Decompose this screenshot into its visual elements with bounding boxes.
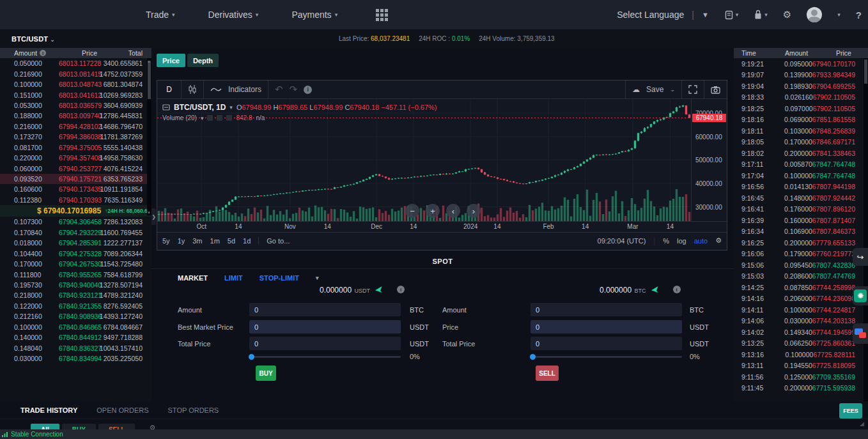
- interval-button[interactable]: D: [157, 81, 182, 98]
- nav-derivatives[interactable]: Derivatives▾: [208, 10, 259, 20]
- zoom-in-button[interactable]: +: [426, 204, 440, 218]
- tab-trade-history[interactable]: TRADE HISTORY: [20, 406, 77, 414]
- ask-row[interactable]: 0.06000067940.2537274076.415224: [0, 163, 151, 173]
- range-1m-button[interactable]: 1m: [210, 237, 220, 245]
- bid-row[interactable]: 0.03000067840.8349942035.225050: [0, 353, 151, 364]
- panel-collapse-handle[interactable]: ❯: [151, 208, 156, 225]
- range-3m-button[interactable]: 3m: [192, 237, 202, 245]
- info-icon[interactable]: i: [673, 286, 681, 293]
- axis-settings-icon[interactable]: ⚙: [715, 236, 722, 245]
- symbol-dropdown-icon[interactable]: ▾: [229, 104, 233, 111]
- ask-row[interactable]: 0.11238067940.1703937635.116349: [0, 195, 151, 205]
- tab-stop-orders[interactable]: STOP ORDERS: [168, 406, 219, 414]
- buy-amount-slider[interactable]: [249, 356, 401, 358]
- bid-row[interactable]: 0.14000067840.8449129497.718288: [0, 332, 151, 343]
- ask-row[interactable]: 0.17327067994.38603811781.387269: [0, 132, 151, 142]
- zoom-out-button[interactable]: −: [405, 204, 419, 218]
- scroll-left-button[interactable]: ‹: [446, 204, 460, 218]
- range-1d-button[interactable]: 1d: [243, 237, 251, 245]
- sell-amount-slider[interactable]: [531, 356, 682, 358]
- bid-row[interactable]: 0.12200067840.9213558276.592405: [0, 301, 151, 311]
- tab-limit[interactable]: LIMIT: [224, 274, 243, 282]
- chat-widget[interactable]: [853, 323, 868, 344]
- tab-stop-limit[interactable]: STOP-LIMIT: [260, 274, 299, 282]
- redo-icon[interactable]: ↷: [290, 84, 298, 95]
- bid-row[interactable]: 0.21800067840.92312114789.321240: [0, 290, 151, 300]
- log-scale-button[interactable]: log: [677, 237, 686, 245]
- trades-scrollbar[interactable]: [864, 58, 868, 401]
- range-5d-button[interactable]: 5d: [228, 237, 235, 245]
- tab-depth[interactable]: Depth: [187, 54, 219, 67]
- buy-amount-input[interactable]: 0: [249, 303, 401, 316]
- study-close-icon[interactable]: [226, 115, 232, 121]
- ask-row[interactable]: 0.09352067940.1757216353.765233: [0, 174, 151, 184]
- resize-handle-icon[interactable]: ◢: [860, 420, 864, 427]
- info-icon[interactable]: i: [40, 50, 46, 56]
- bid-row[interactable]: 0.21216067840.90893614393.127240: [0, 311, 151, 321]
- undo-icon[interactable]: ↶: [275, 84, 283, 95]
- tab-price[interactable]: Price: [157, 54, 185, 67]
- bid-row[interactable]: 0.10000067840.8468656784.084667: [0, 322, 151, 332]
- select-language[interactable]: Select Language|▼: [617, 10, 709, 20]
- bid-row[interactable]: 0.19573067840.94004013278.507194: [0, 280, 151, 290]
- orders-book-icon[interactable]: ▾: [724, 10, 739, 20]
- price-axis[interactable]: 70000.0060000.0050000.0040000.0030000.00…: [691, 99, 727, 221]
- ask-row[interactable]: 0.05300068013.0365793604.690939: [0, 100, 151, 111]
- scroll-right-button[interactable]: ›: [467, 204, 481, 218]
- info-icon[interactable]: i: [397, 286, 405, 293]
- range-5y-button[interactable]: 5y: [162, 237, 170, 245]
- auto-scale-button[interactable]: auto: [694, 237, 708, 245]
- range-1y-button[interactable]: 1y: [178, 237, 185, 245]
- goto-button[interactable]: Go to...: [259, 237, 290, 245]
- chart-clock[interactable]: 09:20:04 (UTC): [598, 237, 646, 245]
- pair-selector[interactable]: BTC/USDT⌄: [12, 35, 55, 43]
- order-type-dropdown-icon[interactable]: ▾: [316, 275, 319, 281]
- assistant-widget[interactable]: ✺: [853, 286, 868, 305]
- bid-row[interactable]: 0.10730067904.3064587286.132083: [0, 217, 151, 227]
- ask-row[interactable]: 0.05000068013.1172283400.655861: [0, 58, 151, 68]
- apps-grid-icon[interactable]: [376, 9, 388, 21]
- ask-row[interactable]: 0.10000068013.0487436801.304874: [0, 79, 151, 89]
- volume-dropdown-icon[interactable]: ▾: [201, 115, 204, 121]
- ask-row[interactable]: 0.21600067994.42810214686.796470: [0, 121, 151, 132]
- eye-icon[interactable]: [207, 115, 213, 121]
- ask-row[interactable]: 0.21690068013.08141514752.037359: [0, 68, 151, 79]
- fees-button[interactable]: FEES: [839, 403, 862, 419]
- chart-body[interactable]: BTC/USDT, 1D ▾ O67948.99 H67989.65 L6794…: [157, 99, 727, 221]
- bid-row[interactable]: 0.14804067840.83632710043.157410: [0, 343, 151, 353]
- chart-info-icon[interactable]: i: [304, 86, 312, 94]
- volume-study-label[interactable]: Volume (20): [162, 114, 197, 121]
- sell-total-input[interactable]: 0: [531, 337, 682, 350]
- bid-row[interactable]: 0.17084067904.29322911600.769455: [0, 227, 151, 238]
- account-dropdown-icon[interactable]: ▾: [837, 12, 841, 18]
- ask-row[interactable]: 0.08170067994.3750055555.140438: [0, 142, 151, 153]
- sell-button[interactable]: SELL: [536, 366, 559, 381]
- buy-button[interactable]: BUY: [256, 366, 276, 381]
- candle-style-button[interactable]: [182, 81, 204, 98]
- bid-row[interactable]: 0.17000067904.26753011543.725480: [0, 259, 151, 269]
- save-layout-button[interactable]: ☁Save⌄: [625, 81, 682, 98]
- ask-row[interactable]: 0.15100068013.04161210269.969283: [0, 89, 151, 100]
- chart-symbol[interactable]: BTC/USDT, 1D: [174, 103, 226, 112]
- bid-row[interactable]: 0.11180067840.9552657584.618799: [0, 269, 151, 279]
- ask-row[interactable]: 0.18800068013.00974012786.445831: [0, 111, 151, 121]
- bid-row[interactable]: 0.10440067904.2753287089.206344: [0, 248, 151, 258]
- percent-scale-button[interactable]: %: [663, 237, 669, 245]
- snapshot-button[interactable]: [704, 81, 727, 98]
- nav-payments[interactable]: Payments▾: [291, 10, 337, 20]
- study-settings-icon[interactable]: [217, 115, 222, 121]
- user-avatar[interactable]: [807, 7, 822, 22]
- wallet-lock-icon[interactable]: ▾: [754, 10, 768, 20]
- settings-gear-icon[interactable]: ⚙: [783, 9, 791, 20]
- nav-trade[interactable]: Trade▾: [146, 10, 175, 20]
- order-book-scrollbar[interactable]: [147, 58, 151, 215]
- buy-price-input[interactable]: 0: [249, 320, 401, 334]
- ask-row[interactable]: 0.22000067994.35740814958.758630: [0, 153, 151, 163]
- tab-open-orders[interactable]: OPEN ORDERS: [97, 406, 148, 414]
- share-widget[interactable]: ↪: [853, 248, 868, 266]
- sell-amount-input[interactable]: 0: [531, 303, 682, 316]
- scroll-up-icon[interactable]: ▲: [147, 59, 151, 63]
- tab-market[interactable]: MARKET: [178, 274, 208, 282]
- indicators-button[interactable]: Indicators: [204, 81, 268, 98]
- buy-total-input[interactable]: 0: [249, 337, 401, 350]
